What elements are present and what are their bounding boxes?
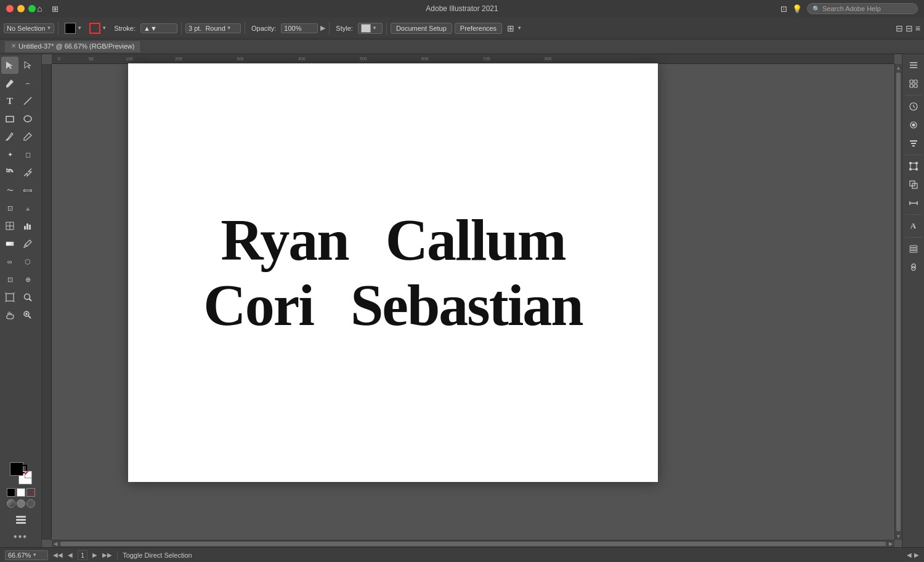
svg-line-14 (14, 301, 15, 302)
more-icon[interactable]: ≡ (915, 23, 920, 33)
rectangle-tool[interactable] (1, 110, 18, 127)
scroll-down-button[interactable]: ▼ (895, 532, 902, 540)
preferences-button[interactable]: Preferences (455, 23, 502, 34)
slice-tool[interactable]: ⊡ (1, 271, 18, 288)
vertical-scrollbar[interactable]: ▲ ▼ (894, 64, 902, 540)
white-swatch[interactable] (17, 488, 25, 497)
stroke-panel-button[interactable] (905, 195, 922, 212)
layers-panel-button[interactable] (905, 240, 922, 257)
fg-bg-swatches[interactable] (10, 462, 32, 484)
curvature-tool[interactable]: ⌢ (19, 74, 36, 92)
tab-close-icon[interactable]: ✕ (11, 42, 16, 49)
stroke-size-dropdown[interactable]: 3 pt. Round ▼ (185, 23, 241, 33)
live-paint-tool[interactable]: ⬡ (19, 253, 36, 270)
width-tool[interactable]: ⟺ (19, 182, 36, 199)
scroll-up-button[interactable]: ▲ (895, 64, 902, 71)
properties-panel-button[interactable] (905, 57, 922, 74)
scale-tool[interactable] (19, 164, 36, 181)
perspective-tool[interactable]: ⟁ (19, 199, 36, 217)
pen-tool[interactable] (1, 74, 18, 92)
pattern-icon[interactable] (26, 499, 35, 508)
distribute-icon[interactable]: ⊟ (906, 23, 913, 33)
color-mode-row (7, 488, 35, 497)
layout-icon[interactable]: ⊞ (507, 23, 514, 33)
more-tools-button[interactable]: ••• (14, 531, 28, 542)
rotate-tool[interactable] (1, 164, 18, 181)
scroll-left-status[interactable]: ◀ (907, 552, 912, 558)
arrow-right-icon[interactable]: ▶ (320, 24, 325, 32)
mesh-tool[interactable] (1, 217, 18, 235)
scroll-left-button[interactable]: ◀ (52, 540, 59, 547)
prev-page-icon[interactable]: ◀◀ (53, 552, 63, 558)
artboard-tool[interactable] (1, 289, 18, 306)
zoom-dropdown[interactable]: 66.67% ▼ (5, 550, 48, 560)
next-arrow-icon[interactable]: ▶ (92, 552, 97, 558)
grid-icon[interactable]: ⊞ (52, 4, 59, 14)
maximize-button[interactable] (28, 5, 36, 12)
discover-icon[interactable]: 💡 (792, 4, 802, 14)
stacked-layers-icon[interactable] (12, 512, 30, 529)
fill-chevron-icon: ▼ (77, 25, 82, 31)
zoom-tool[interactable] (19, 289, 36, 306)
document-tab[interactable]: ✕ Untitled-37* @ 66.67% (RGB/Preview) (5, 41, 141, 52)
left-toolbar: ⌢ T (0, 54, 42, 547)
opacity-dropdown[interactable]: 100% (281, 23, 318, 33)
blend-tool[interactable]: ∞ (1, 253, 18, 270)
search-box[interactable]: 🔍 Search Adobe Help (807, 3, 918, 14)
color-icon[interactable] (7, 499, 15, 508)
zoom-tool-2[interactable] (19, 307, 36, 324)
ellipse-tool[interactable] (19, 110, 36, 127)
close-button[interactable] (6, 5, 14, 12)
eyedropper-tool[interactable] (19, 235, 36, 252)
scroll-right-status[interactable]: ▶ (914, 552, 919, 558)
pathfinder-panel-button[interactable] (905, 176, 922, 193)
toolbar-separator-5 (386, 22, 387, 34)
fill-color-swatch[interactable]: ▼ (62, 22, 84, 35)
minimize-button[interactable] (17, 5, 25, 12)
gradient-icon[interactable] (17, 499, 25, 508)
character-panel-button[interactable]: A (905, 217, 922, 235)
libraries-panel-button[interactable] (905, 75, 922, 92)
svg-rect-1 (6, 116, 14, 122)
black-swatch[interactable] (7, 488, 15, 497)
line-tool[interactable] (19, 92, 36, 110)
page-number[interactable]: 1 (78, 550, 87, 560)
stroke-width-dropdown[interactable]: ▲▼ (140, 23, 177, 33)
transform-panel-button[interactable] (905, 158, 922, 175)
align-panel-button[interactable] (905, 135, 922, 152)
prev-arrow-icon[interactable]: ◀ (68, 552, 73, 558)
scroll-horizontal-thumb[interactable] (60, 542, 886, 546)
direct-selection-tool[interactable] (19, 57, 36, 74)
horizontal-scrollbar[interactable]: ◀ ▶ (52, 540, 894, 547)
svg-point-57 (915, 169, 917, 171)
main-area: ⌢ T (0, 54, 924, 547)
eraser-tool[interactable]: ◻ (19, 146, 36, 163)
symbol-sprayer-tool[interactable]: ⊕ (19, 271, 36, 288)
warp-tool[interactable]: 〜 (1, 182, 18, 199)
home-icon[interactable]: ⌂ (37, 4, 42, 14)
links-panel-button[interactable] (905, 259, 922, 276)
stroke-indicator[interactable]: ▼ (87, 22, 109, 35)
pencil-tool[interactable] (19, 128, 36, 145)
selection-tool[interactable] (1, 57, 18, 74)
gradient-tool[interactable] (1, 235, 18, 252)
type-tool[interactable]: T (1, 92, 18, 110)
history-panel-button[interactable] (905, 98, 922, 115)
column-graph-tool[interactable] (19, 217, 36, 235)
scroll-thumb[interactable] (896, 73, 901, 531)
paintbrush-tool[interactable] (1, 128, 18, 145)
style-dropdown[interactable]: ▼ (358, 23, 383, 34)
arrange-icon[interactable]: ⊡ (780, 4, 787, 14)
none-swatch[interactable] (25, 471, 32, 478)
appearance-panel-button[interactable] (905, 116, 922, 134)
blob-brush-tool[interactable]: ✦ (1, 146, 18, 163)
canvas-area[interactable]: 0 50 100 200 300 400 500 600 700 800 (42, 54, 902, 547)
none-color-swatch[interactable] (26, 488, 35, 497)
document-setup-button[interactable]: Document Setup (391, 23, 452, 34)
scroll-right-button[interactable]: ▶ (887, 540, 894, 547)
free-transform-tool[interactable]: ⊡ (1, 199, 18, 217)
selection-dropdown[interactable]: No Selection ▼ (4, 23, 54, 33)
hand-tool[interactable] (1, 307, 18, 324)
next-page-icon[interactable]: ▶▶ (102, 552, 112, 558)
artboards-icon[interactable]: ⊟ (896, 23, 903, 33)
